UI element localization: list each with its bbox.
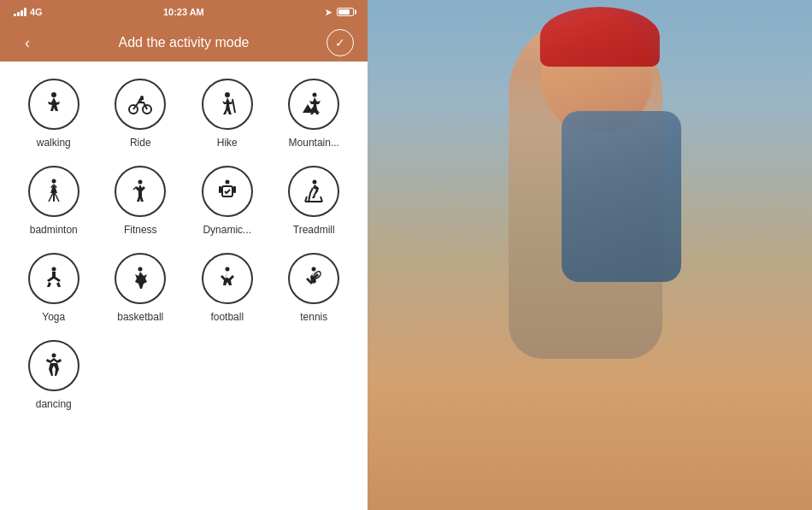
activity-label-ride: Ride — [130, 137, 151, 149]
status-time: 10:23 AM — [163, 7, 204, 17]
svg-point-6 — [313, 93, 317, 97]
activity-item-walking[interactable]: walking — [14, 79, 94, 149]
yoga-icon — [40, 265, 68, 292]
activity-icon-dynamic — [202, 166, 253, 217]
activity-item-ride[interactable]: Ride — [101, 79, 181, 149]
photo-background — [359, 0, 812, 510]
basketball-icon — [127, 265, 154, 292]
svg-point-20 — [138, 267, 143, 272]
activity-icon-basketball — [115, 253, 166, 304]
activity-item-basketball[interactable]: basketball — [101, 253, 181, 323]
svg-point-23 — [312, 267, 316, 272]
walk-icon — [40, 91, 68, 118]
svg-point-3 — [140, 96, 144, 99]
svg-point-9 — [138, 180, 143, 185]
status-right: ➤ — [325, 8, 354, 17]
fitness-icon — [127, 178, 154, 205]
svg-rect-14 — [233, 186, 236, 193]
activity-item-hike[interactable]: Hike — [187, 79, 268, 149]
treadmill-icon — [300, 178, 327, 205]
activity-icon-ride — [115, 79, 166, 130]
bike-icon — [127, 91, 154, 118]
network-type: 4G — [30, 7, 43, 17]
activity-icon-hike — [202, 79, 253, 130]
activity-label-walking: walking — [37, 137, 71, 149]
status-left: 4G — [14, 7, 43, 17]
activity-icon-dancing — [28, 340, 79, 391]
activity-label-hike: Hike — [217, 137, 238, 149]
svg-point-19 — [51, 267, 56, 272]
dancing-icon — [40, 352, 68, 379]
hike-icon — [214, 91, 241, 118]
svg-rect-8 — [53, 193, 55, 202]
activity-label-dancing: dancing — [36, 398, 72, 410]
activity-item-tennis[interactable]: tennis — [274, 253, 355, 323]
activity-label-yoga: Yoga — [42, 311, 65, 323]
mountain-icon — [300, 91, 327, 118]
activity-item-badminton[interactable]: badminton — [14, 166, 94, 236]
activity-item-football[interactable]: football — [187, 253, 268, 323]
check-icon: ✓ — [335, 36, 345, 50]
activity-icon-yoga — [28, 253, 79, 304]
activity-label-tennis: tennis — [300, 311, 327, 323]
svg-point-21 — [137, 277, 144, 284]
activity-label-treadmill: Treadmill — [293, 224, 335, 236]
activity-item-dancing[interactable]: dancing — [14, 340, 94, 410]
phone-panel: 4G 10:23 AM ➤ ‹ Add the activity mode ✓ — [0, 0, 368, 510]
confirm-button[interactable]: ✓ — [327, 29, 354, 56]
activity-item-fitness[interactable]: Fitness — [101, 166, 181, 236]
svg-point-4 — [225, 92, 230, 97]
nav-bar: ‹ Add the activity mode ✓ — [0, 24, 368, 62]
location-icon: ➤ — [325, 8, 332, 17]
tennis-icon — [300, 265, 327, 292]
activity-item-treadmill[interactable]: Treadmill — [274, 166, 355, 236]
svg-point-22 — [225, 267, 229, 272]
battery-icon — [337, 8, 354, 16]
activity-label-basketball: basketball — [117, 311, 163, 323]
svg-point-0 — [51, 92, 56, 97]
activity-label-mountain: Mountain... — [289, 137, 339, 149]
badminton-icon — [40, 178, 68, 205]
activity-icon-treadmill — [288, 166, 339, 217]
svg-point-26 — [51, 354, 56, 358]
activity-item-dynamic[interactable]: Dynamic... — [187, 166, 268, 236]
activity-icon-mountain — [288, 79, 339, 130]
svg-rect-13 — [219, 186, 221, 193]
svg-point-11 — [225, 180, 229, 185]
svg-point-7 — [51, 179, 56, 184]
activity-icon-badminton — [28, 166, 79, 217]
activity-icon-walking — [28, 79, 79, 130]
activity-label-football: football — [210, 311, 244, 323]
activity-icon-fitness — [115, 166, 166, 217]
svg-line-10 — [133, 187, 136, 190]
activity-label-badminton: badminton — [30, 224, 78, 236]
activities-grid: walking Ride — [14, 79, 354, 410]
svg-line-5 — [232, 99, 235, 113]
svg-point-15 — [313, 180, 317, 185]
status-bar: 4G 10:23 AM ➤ — [0, 0, 368, 24]
activity-item-yoga[interactable]: Yoga — [14, 253, 94, 323]
football-icon — [214, 265, 241, 292]
activities-container: walking Ride — [0, 62, 368, 510]
back-button[interactable]: ‹ — [14, 29, 41, 56]
nav-title: Add the activity mode — [119, 35, 250, 50]
activity-label-fitness: Fitness — [124, 224, 157, 236]
signal-bars — [14, 8, 26, 16]
back-icon: ‹ — [25, 34, 30, 52]
activity-icon-tennis — [288, 253, 339, 304]
activity-item-mountain[interactable]: Mountain... — [274, 79, 355, 149]
dynamic-icon — [214, 178, 241, 205]
activity-label-dynamic: Dynamic... — [203, 224, 251, 236]
activity-icon-football — [202, 253, 253, 304]
